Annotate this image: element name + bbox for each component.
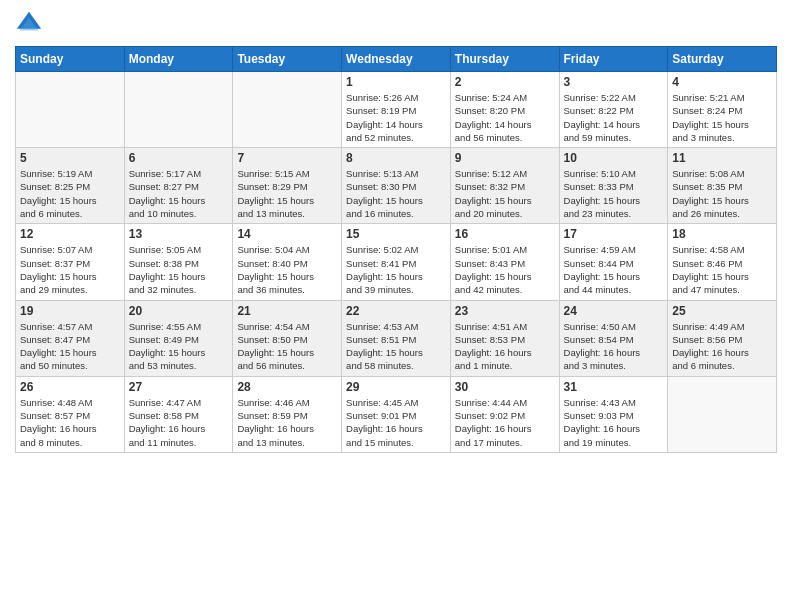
logo bbox=[15, 10, 47, 38]
day-info: Sunrise: 5:07 AM Sunset: 8:37 PM Dayligh… bbox=[20, 243, 120, 296]
day-info: Sunrise: 4:43 AM Sunset: 9:03 PM Dayligh… bbox=[564, 396, 664, 449]
day-info: Sunrise: 4:45 AM Sunset: 9:01 PM Dayligh… bbox=[346, 396, 446, 449]
day-number: 13 bbox=[129, 227, 229, 241]
day-number: 18 bbox=[672, 227, 772, 241]
day-number: 6 bbox=[129, 151, 229, 165]
calendar-cell: 8Sunrise: 5:13 AM Sunset: 8:30 PM Daylig… bbox=[342, 148, 451, 224]
calendar-cell: 6Sunrise: 5:17 AM Sunset: 8:27 PM Daylig… bbox=[124, 148, 233, 224]
weekday-header-wednesday: Wednesday bbox=[342, 47, 451, 72]
calendar-cell: 10Sunrise: 5:10 AM Sunset: 8:33 PM Dayli… bbox=[559, 148, 668, 224]
day-number: 9 bbox=[455, 151, 555, 165]
calendar-cell: 17Sunrise: 4:59 AM Sunset: 8:44 PM Dayli… bbox=[559, 224, 668, 300]
calendar-week-4: 19Sunrise: 4:57 AM Sunset: 8:47 PM Dayli… bbox=[16, 300, 777, 376]
calendar-cell: 16Sunrise: 5:01 AM Sunset: 8:43 PM Dayli… bbox=[450, 224, 559, 300]
logo-icon bbox=[15, 10, 43, 38]
day-info: Sunrise: 5:02 AM Sunset: 8:41 PM Dayligh… bbox=[346, 243, 446, 296]
calendar-cell: 27Sunrise: 4:47 AM Sunset: 8:58 PM Dayli… bbox=[124, 376, 233, 452]
day-info: Sunrise: 4:51 AM Sunset: 8:53 PM Dayligh… bbox=[455, 320, 555, 373]
day-info: Sunrise: 5:17 AM Sunset: 8:27 PM Dayligh… bbox=[129, 167, 229, 220]
day-info: Sunrise: 4:59 AM Sunset: 8:44 PM Dayligh… bbox=[564, 243, 664, 296]
calendar-cell: 25Sunrise: 4:49 AM Sunset: 8:56 PM Dayli… bbox=[668, 300, 777, 376]
day-number: 14 bbox=[237, 227, 337, 241]
calendar-week-1: 1Sunrise: 5:26 AM Sunset: 8:19 PM Daylig… bbox=[16, 72, 777, 148]
day-info: Sunrise: 5:12 AM Sunset: 8:32 PM Dayligh… bbox=[455, 167, 555, 220]
day-info: Sunrise: 5:08 AM Sunset: 8:35 PM Dayligh… bbox=[672, 167, 772, 220]
day-info: Sunrise: 4:47 AM Sunset: 8:58 PM Dayligh… bbox=[129, 396, 229, 449]
calendar-cell: 26Sunrise: 4:48 AM Sunset: 8:57 PM Dayli… bbox=[16, 376, 125, 452]
day-number: 3 bbox=[564, 75, 664, 89]
day-info: Sunrise: 5:13 AM Sunset: 8:30 PM Dayligh… bbox=[346, 167, 446, 220]
day-info: Sunrise: 5:24 AM Sunset: 8:20 PM Dayligh… bbox=[455, 91, 555, 144]
day-number: 26 bbox=[20, 380, 120, 394]
day-info: Sunrise: 5:15 AM Sunset: 8:29 PM Dayligh… bbox=[237, 167, 337, 220]
calendar-week-2: 5Sunrise: 5:19 AM Sunset: 8:25 PM Daylig… bbox=[16, 148, 777, 224]
weekday-header-monday: Monday bbox=[124, 47, 233, 72]
day-info: Sunrise: 4:57 AM Sunset: 8:47 PM Dayligh… bbox=[20, 320, 120, 373]
day-info: Sunrise: 5:01 AM Sunset: 8:43 PM Dayligh… bbox=[455, 243, 555, 296]
calendar-cell: 5Sunrise: 5:19 AM Sunset: 8:25 PM Daylig… bbox=[16, 148, 125, 224]
calendar-cell: 2Sunrise: 5:24 AM Sunset: 8:20 PM Daylig… bbox=[450, 72, 559, 148]
day-number: 8 bbox=[346, 151, 446, 165]
day-info: Sunrise: 4:58 AM Sunset: 8:46 PM Dayligh… bbox=[672, 243, 772, 296]
calendar-cell: 11Sunrise: 5:08 AM Sunset: 8:35 PM Dayli… bbox=[668, 148, 777, 224]
day-info: Sunrise: 4:53 AM Sunset: 8:51 PM Dayligh… bbox=[346, 320, 446, 373]
day-number: 17 bbox=[564, 227, 664, 241]
weekday-header-sunday: Sunday bbox=[16, 47, 125, 72]
day-number: 31 bbox=[564, 380, 664, 394]
calendar-cell: 19Sunrise: 4:57 AM Sunset: 8:47 PM Dayli… bbox=[16, 300, 125, 376]
calendar-cell: 31Sunrise: 4:43 AM Sunset: 9:03 PM Dayli… bbox=[559, 376, 668, 452]
calendar-week-3: 12Sunrise: 5:07 AM Sunset: 8:37 PM Dayli… bbox=[16, 224, 777, 300]
calendar-cell: 24Sunrise: 4:50 AM Sunset: 8:54 PM Dayli… bbox=[559, 300, 668, 376]
day-info: Sunrise: 5:22 AM Sunset: 8:22 PM Dayligh… bbox=[564, 91, 664, 144]
calendar-cell: 7Sunrise: 5:15 AM Sunset: 8:29 PM Daylig… bbox=[233, 148, 342, 224]
day-number: 2 bbox=[455, 75, 555, 89]
calendar-cell bbox=[16, 72, 125, 148]
day-info: Sunrise: 5:10 AM Sunset: 8:33 PM Dayligh… bbox=[564, 167, 664, 220]
page-container: SundayMondayTuesdayWednesdayThursdayFrid… bbox=[0, 0, 792, 463]
calendar-cell: 22Sunrise: 4:53 AM Sunset: 8:51 PM Dayli… bbox=[342, 300, 451, 376]
calendar-cell: 12Sunrise: 5:07 AM Sunset: 8:37 PM Dayli… bbox=[16, 224, 125, 300]
day-number: 29 bbox=[346, 380, 446, 394]
day-number: 16 bbox=[455, 227, 555, 241]
day-info: Sunrise: 5:21 AM Sunset: 8:24 PM Dayligh… bbox=[672, 91, 772, 144]
weekday-header-tuesday: Tuesday bbox=[233, 47, 342, 72]
weekday-header-saturday: Saturday bbox=[668, 47, 777, 72]
calendar-cell: 30Sunrise: 4:44 AM Sunset: 9:02 PM Dayli… bbox=[450, 376, 559, 452]
day-number: 21 bbox=[237, 304, 337, 318]
day-number: 20 bbox=[129, 304, 229, 318]
day-number: 10 bbox=[564, 151, 664, 165]
weekday-header-row: SundayMondayTuesdayWednesdayThursdayFrid… bbox=[16, 47, 777, 72]
calendar-cell: 4Sunrise: 5:21 AM Sunset: 8:24 PM Daylig… bbox=[668, 72, 777, 148]
calendar-cell: 3Sunrise: 5:22 AM Sunset: 8:22 PM Daylig… bbox=[559, 72, 668, 148]
calendar-cell bbox=[124, 72, 233, 148]
calendar-cell: 20Sunrise: 4:55 AM Sunset: 8:49 PM Dayli… bbox=[124, 300, 233, 376]
day-number: 1 bbox=[346, 75, 446, 89]
day-number: 12 bbox=[20, 227, 120, 241]
day-info: Sunrise: 4:46 AM Sunset: 8:59 PM Dayligh… bbox=[237, 396, 337, 449]
calendar-cell: 23Sunrise: 4:51 AM Sunset: 8:53 PM Dayli… bbox=[450, 300, 559, 376]
calendar-cell: 28Sunrise: 4:46 AM Sunset: 8:59 PM Dayli… bbox=[233, 376, 342, 452]
day-info: Sunrise: 4:50 AM Sunset: 8:54 PM Dayligh… bbox=[564, 320, 664, 373]
page-header bbox=[15, 10, 777, 38]
calendar-cell: 29Sunrise: 4:45 AM Sunset: 9:01 PM Dayli… bbox=[342, 376, 451, 452]
day-number: 24 bbox=[564, 304, 664, 318]
day-number: 23 bbox=[455, 304, 555, 318]
day-info: Sunrise: 4:54 AM Sunset: 8:50 PM Dayligh… bbox=[237, 320, 337, 373]
day-number: 27 bbox=[129, 380, 229, 394]
day-info: Sunrise: 4:44 AM Sunset: 9:02 PM Dayligh… bbox=[455, 396, 555, 449]
day-number: 28 bbox=[237, 380, 337, 394]
calendar-cell: 14Sunrise: 5:04 AM Sunset: 8:40 PM Dayli… bbox=[233, 224, 342, 300]
day-info: Sunrise: 5:04 AM Sunset: 8:40 PM Dayligh… bbox=[237, 243, 337, 296]
calendar-cell: 13Sunrise: 5:05 AM Sunset: 8:38 PM Dayli… bbox=[124, 224, 233, 300]
calendar-cell: 9Sunrise: 5:12 AM Sunset: 8:32 PM Daylig… bbox=[450, 148, 559, 224]
day-info: Sunrise: 5:19 AM Sunset: 8:25 PM Dayligh… bbox=[20, 167, 120, 220]
calendar-cell: 21Sunrise: 4:54 AM Sunset: 8:50 PM Dayli… bbox=[233, 300, 342, 376]
calendar-week-5: 26Sunrise: 4:48 AM Sunset: 8:57 PM Dayli… bbox=[16, 376, 777, 452]
day-number: 22 bbox=[346, 304, 446, 318]
day-number: 11 bbox=[672, 151, 772, 165]
calendar-cell: 15Sunrise: 5:02 AM Sunset: 8:41 PM Dayli… bbox=[342, 224, 451, 300]
calendar-cell: 18Sunrise: 4:58 AM Sunset: 8:46 PM Dayli… bbox=[668, 224, 777, 300]
day-number: 30 bbox=[455, 380, 555, 394]
weekday-header-thursday: Thursday bbox=[450, 47, 559, 72]
day-number: 4 bbox=[672, 75, 772, 89]
